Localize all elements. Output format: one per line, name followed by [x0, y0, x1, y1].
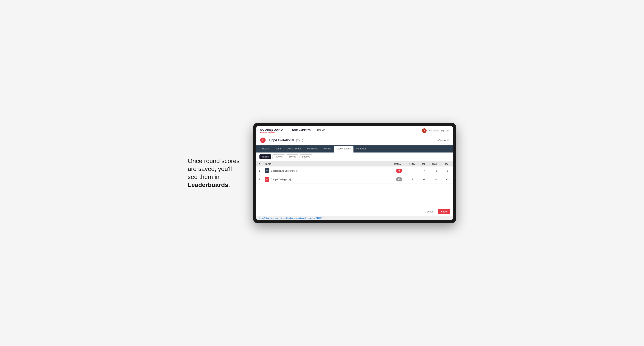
filter-players-button[interactable]: Players [272, 155, 285, 159]
rank-cell: 1 [256, 167, 262, 175]
logo-powered: Powered by [260, 131, 270, 133]
col-header-team: TEAM [262, 161, 392, 167]
thru-cell-1: F [407, 167, 418, 175]
tablet-screen: SCOREBOARD Powered by clippd TOURNAMENTS… [256, 126, 453, 220]
team-cell: SU Scoreboard University [A] [262, 167, 392, 175]
sign-out-link[interactable]: Sign out [440, 129, 449, 132]
filter-strokes-button[interactable]: Strokes [300, 155, 312, 159]
rd1-cell-2: +8 [418, 175, 430, 184]
tab-tee-groups[interactable]: Tee Groups [304, 145, 321, 153]
save-button[interactable]: Save [438, 209, 450, 214]
tab-details[interactable]: Details [260, 145, 272, 153]
tournament-header: C Clippd Invitational (Men) Cancel ✕ [256, 135, 453, 145]
table-spacer [256, 184, 453, 207]
logo-area: SCOREBOARD Powered by clippd [260, 128, 283, 133]
side-text-content: Once round scores are saved, you'll see … [188, 158, 240, 188]
col-header-rd3: RD3 [441, 161, 453, 167]
tab-results[interactable]: Results [321, 145, 334, 153]
user-avatar: S [422, 128, 426, 133]
tournament-name: Clippd Invitational [268, 139, 294, 142]
team-logo-2: C [264, 177, 269, 182]
rank-cell: 2 [256, 175, 262, 184]
nav-tournaments[interactable]: TOURNAMENTS [288, 126, 314, 135]
table-row: 2 C Clippd College [A] +3 F +8 -8 [256, 175, 453, 184]
team-cell: C Clippd College [A] [262, 175, 392, 184]
score-badge-1: -5 [396, 169, 402, 173]
table-row: 1 SU Scoreboard University [A] [256, 167, 453, 175]
close-icon: ✕ [447, 139, 449, 142]
footer-bar: Cancel Save [256, 207, 453, 216]
team-logo-1: SU [264, 169, 269, 173]
logo-title: SCOREBOARD [260, 128, 283, 131]
team-name-1: Scoreboard University [A] [271, 169, 299, 172]
col-header-rd1: RD1 [418, 161, 430, 167]
nav-right: S Test User | Sign out [422, 128, 449, 133]
logo-sub: Powered by clippd [260, 131, 283, 133]
rd2-cell-2: -8 [430, 175, 441, 184]
nav-links: TOURNAMENTS TEAMS [288, 126, 422, 135]
rd3-cell-2: +3 [441, 175, 453, 184]
score-badge-2: +3 [396, 177, 402, 181]
table-header-row: # TEAM TOTAL THRU RD1 RD2 RD3 [256, 161, 453, 167]
user-name: Test User | [428, 129, 439, 132]
tablet-frame: SCOREBOARD Powered by clippd TOURNAMENTS… [253, 123, 456, 223]
cancel-button[interactable]: Cancel [422, 209, 436, 214]
filter-teams-button[interactable]: Teams [260, 155, 271, 159]
tournament-title-area: C Clippd Invitational (Men) [260, 138, 303, 143]
tournament-icon: C [260, 138, 266, 143]
total-cell-1: -5 [392, 167, 407, 175]
team-name-2: Clippd College [A] [271, 178, 291, 181]
leaderboard-table: # TEAM TOTAL THRU RD1 RD2 RD3 1 [256, 161, 453, 184]
logo-brand: clippd [270, 131, 276, 133]
page-layout: Once round scores are saved, you'll see … [188, 123, 456, 223]
cancel-label: Cancel [438, 139, 446, 142]
tournament-gender: (Men) [296, 139, 303, 142]
svg-text:SU: SU [266, 170, 268, 172]
side-text: Once round scores are saved, you'll see … [188, 157, 242, 189]
tab-leaderboards[interactable]: Leaderboards [334, 146, 353, 153]
status-bar: https://stage-blue-coach.stagesCoreboard… [256, 216, 453, 220]
tab-printables[interactable]: Printables [354, 145, 369, 153]
thru-cell-2: F [407, 175, 418, 184]
top-nav: SCOREBOARD Powered by clippd TOURNAMENTS… [256, 126, 453, 135]
status-url: https://stage-blue-coach.stagesCoreboard… [260, 217, 323, 219]
rd1-cell-1: -4 [418, 167, 430, 175]
col-header-rank: # [256, 161, 262, 167]
total-cell-2: +3 [392, 175, 407, 184]
sub-nav: Details Teams Course Setup Tee Groups Re… [256, 145, 453, 153]
col-header-thru: THRU [407, 161, 418, 167]
filter-bar: Teams Players Scores Strokes [256, 153, 453, 161]
tab-teams[interactable]: Teams [272, 145, 284, 153]
tab-course-setup[interactable]: Course Setup [284, 145, 304, 153]
cancel-header-button[interactable]: Cancel ✕ [438, 139, 449, 142]
rd3-cell-1: -6 [441, 167, 453, 175]
col-header-rd2: RD2 [430, 161, 441, 167]
rd2-cell-1: +5 [430, 167, 441, 175]
period: . [228, 181, 230, 188]
highlight-word: Leaderboards [188, 181, 228, 188]
nav-teams[interactable]: TEAMS [314, 126, 328, 135]
col-header-total: TOTAL [392, 161, 407, 167]
filter-scores-button[interactable]: Scores [286, 155, 298, 159]
